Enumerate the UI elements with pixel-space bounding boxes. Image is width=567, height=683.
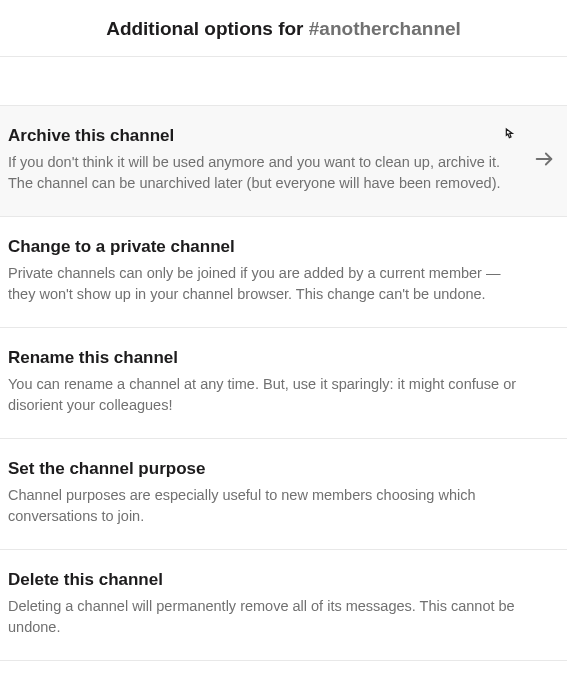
option-description: You can rename a channel at any time. Bu…: [8, 374, 517, 416]
option-title: Set the channel purpose: [8, 459, 517, 479]
option-delete-channel[interactable]: Delete this channel Deleting a channel w…: [0, 550, 567, 661]
option-title: Archive this channel: [8, 126, 517, 146]
option-description: Deleting a channel will permanently remo…: [8, 596, 517, 638]
dialog-header: Additional options for #anotherchannel: [0, 0, 567, 57]
option-archive-channel[interactable]: Archive this channel If you don't think …: [0, 106, 567, 217]
pointer-cursor-icon: [501, 126, 517, 148]
dialog-title: Additional options for #anotherchannel: [106, 18, 461, 39]
arrow-right-icon: [533, 148, 555, 174]
spacer: [0, 57, 567, 105]
option-title: Change to a private channel: [8, 237, 517, 257]
option-description: Channel purposes are especially useful t…: [8, 485, 517, 527]
option-title: Delete this channel: [8, 570, 517, 590]
option-description: If you don't think it will be used anymo…: [8, 152, 517, 194]
option-description: Private channels can only be joined if y…: [8, 263, 517, 305]
option-rename-channel[interactable]: Rename this channel You can rename a cha…: [0, 328, 567, 439]
option-title: Rename this channel: [8, 348, 517, 368]
dialog-title-prefix: Additional options for: [106, 18, 309, 39]
option-change-private[interactable]: Change to a private channel Private chan…: [0, 217, 567, 328]
dialog-title-channel: #anotherchannel: [309, 18, 461, 39]
options-list: Archive this channel If you don't think …: [0, 105, 567, 661]
option-set-purpose[interactable]: Set the channel purpose Channel purposes…: [0, 439, 567, 550]
